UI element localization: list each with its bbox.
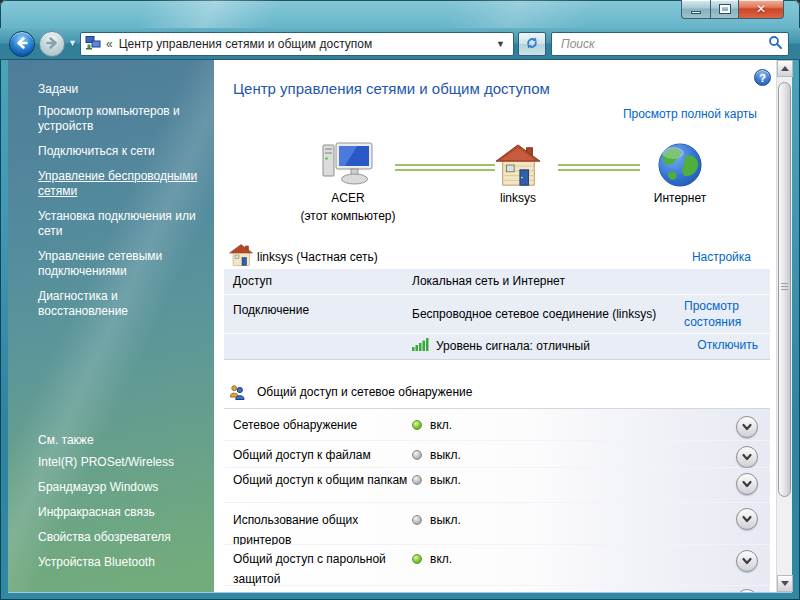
search-icon[interactable] xyxy=(768,35,783,53)
status-text: вкл. xyxy=(430,418,452,432)
customize-link[interactable]: Настройка xyxy=(692,250,751,264)
sharing-row-public-folder: Общий доступ к общим папкам выкл. xyxy=(224,468,770,503)
globe-icon[interactable] xyxy=(632,136,728,188)
expand-chevron-button[interactable] xyxy=(736,473,758,495)
sidebar-item-setup-connection[interactable]: Установка подключения или сети xyxy=(38,209,200,239)
connection-row: Подключение Беспроводное сетевое соедине… xyxy=(224,295,770,334)
scroll-up-icon xyxy=(781,66,789,71)
signal-row: Уровень сигнала: отличный Отключить xyxy=(224,334,770,359)
map-node-router: linksys xyxy=(470,136,566,206)
sidebar-item-view-computers[interactable]: Просмотр компьютеров и устройств xyxy=(38,104,200,134)
back-arrow-icon xyxy=(14,35,30,54)
row-label: Общий доступ с парольной защитой xyxy=(233,549,411,589)
breadcrumb[interactable]: Центр управления сетями и общим доступом xyxy=(119,37,492,51)
status-led-icon xyxy=(412,475,422,485)
scroll-down-button[interactable] xyxy=(777,575,793,592)
computer-icon[interactable] xyxy=(300,136,396,188)
sharing-rows: Сетевое обнаружение вкл. Общий доступ к … xyxy=(224,409,770,592)
view-status-link[interactable]: Просмотр состояния xyxy=(684,298,758,330)
access-row: Доступ Локальная сеть и Интернет xyxy=(224,269,770,295)
sidebar-item-diagnose-repair[interactable]: Диагностика и восстановление xyxy=(38,289,200,319)
sharing-section-title: Общий доступ и сетевое обнаружение xyxy=(257,385,472,399)
minimize-button[interactable] xyxy=(681,0,710,19)
sidebar-item-bluetooth-devices[interactable]: Устройства Bluetooth xyxy=(38,555,200,570)
row-label: Общий доступ к файлам xyxy=(233,445,411,465)
sharing-row-file-sharing: Общий доступ к файлам выкл. xyxy=(224,441,770,468)
tasks-header: Задачи xyxy=(38,82,200,96)
address-bar[interactable]: « Центр управления сетями и общим доступ… xyxy=(80,32,514,56)
sidebar-item-infrared[interactable]: Инфракрасная связь xyxy=(38,505,200,520)
status-text: вкл. xyxy=(430,552,452,566)
sidebar-item-windows-firewall[interactable]: Брандмауэр Windows xyxy=(38,480,200,495)
forward-button[interactable] xyxy=(39,31,65,57)
scrollbar-thumb[interactable] xyxy=(778,82,791,497)
map-node-sub: (этот компьютер) xyxy=(300,209,396,224)
explorer-window: ✕ ▼ « Центр управления сет xyxy=(0,0,800,600)
caption-buttons: ✕ xyxy=(681,0,784,19)
network-section-header: linksys (Частная сеть) Настройка xyxy=(214,244,770,268)
network-center-icon xyxy=(85,35,101,54)
back-button[interactable] xyxy=(9,31,35,57)
connection-value: Беспроводное сетевое соединение (linksys… xyxy=(412,307,656,321)
main-content: ? Центр управления сетями и общим доступ… xyxy=(214,60,776,592)
maximize-icon xyxy=(720,5,730,13)
map-connector xyxy=(558,164,640,171)
vertical-scrollbar[interactable] xyxy=(776,60,792,592)
signal-bars-icon xyxy=(412,337,430,354)
expand-chevron-button[interactable] xyxy=(736,446,758,468)
sidebar-item-intel-proset[interactable]: Intel(R) PROSet/Wireless xyxy=(38,455,200,470)
sharing-row-network-discovery: Сетевое обнаружение вкл. xyxy=(224,409,770,441)
close-icon: ✕ xyxy=(756,3,766,15)
status-text: выкл. xyxy=(430,473,461,487)
refresh-button[interactable] xyxy=(518,32,546,56)
connection-label: Подключение xyxy=(233,303,309,317)
search-box[interactable] xyxy=(551,32,789,56)
maximize-button[interactable] xyxy=(710,0,739,19)
sidebar-item-manage-wireless[interactable]: Управление беспроводными сетями xyxy=(38,169,200,199)
status-led-icon xyxy=(412,450,422,460)
map-node-internet: Интернет xyxy=(632,136,728,206)
see-also-header: См. также xyxy=(38,433,200,447)
expand-chevron-button[interactable] xyxy=(736,508,758,530)
map-node-this-computer: ACER (этот компьютер) xyxy=(300,136,396,224)
network-name: linksys (Частная сеть) xyxy=(257,250,378,264)
map-node-name: ACER xyxy=(300,191,396,206)
forward-arrow-icon xyxy=(44,35,60,54)
disconnect-link[interactable]: Отключить xyxy=(697,337,758,353)
expand-chevron-button[interactable] xyxy=(736,416,758,438)
row-label: Общий доступ к общим папкам xyxy=(233,470,411,490)
window-bottom-edge xyxy=(8,592,792,593)
address-dropdown-icon[interactable]: ▼ xyxy=(492,39,509,49)
task-sidebar: Задачи Просмотр компьютеров и устройств … xyxy=(8,60,214,592)
signal-text: Уровень сигнала: отличный xyxy=(436,339,590,353)
network-details-panel: Доступ Локальная сеть и Интернет Подключ… xyxy=(224,269,770,360)
recent-pages-dropdown[interactable]: ▼ xyxy=(68,39,77,48)
sharing-row-password-protected: Общий доступ с парольной защитой вкл. xyxy=(224,545,770,586)
view-full-map-link[interactable]: Просмотр полной карты xyxy=(623,107,757,121)
navigation-toolbar: ▼ « Центр управления сетями и общим дост… xyxy=(0,28,800,60)
status-led-icon xyxy=(412,420,422,430)
sidebar-item-internet-options[interactable]: Свойства обозревателя xyxy=(38,530,200,545)
map-node-name: Интернет xyxy=(632,191,728,206)
sharing-users-icon xyxy=(229,384,245,403)
search-input[interactable] xyxy=(559,36,768,52)
minimize-icon xyxy=(691,11,701,14)
map-node-name: linksys xyxy=(470,191,566,206)
status-led-icon xyxy=(412,554,422,564)
expand-chevron-button[interactable] xyxy=(736,550,758,572)
breadcrumb-collapse-icon[interactable]: « xyxy=(106,37,113,51)
access-label: Доступ xyxy=(233,274,272,288)
status-led-icon xyxy=(412,515,422,525)
help-icon[interactable]: ? xyxy=(754,69,771,86)
refresh-icon xyxy=(524,35,540,54)
scroll-down-icon xyxy=(781,581,789,586)
row-label: Использование общих принтеров xyxy=(233,510,411,550)
house-icon[interactable] xyxy=(470,136,566,188)
sharing-row-printer-sharing: Использование общих принтеров выкл. xyxy=(224,503,770,545)
sidebar-item-connect-to-network[interactable]: Подключиться к сети xyxy=(38,144,200,159)
status-text: выкл. xyxy=(430,513,461,527)
close-button[interactable]: ✕ xyxy=(739,0,784,19)
scroll-up-button[interactable] xyxy=(777,60,793,77)
row-label: Сетевое обнаружение xyxy=(233,415,411,435)
sidebar-item-manage-connections[interactable]: Управление сетевыми подключениями xyxy=(38,249,200,279)
